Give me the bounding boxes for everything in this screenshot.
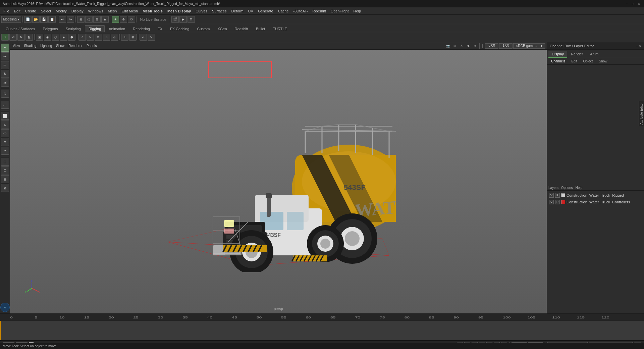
- rig-btn2[interactable]: ↖: [87, 34, 94, 41]
- menu-edit-mesh[interactable]: Edit Mesh: [119, 8, 140, 14]
- tab-sculpting[interactable]: Sculpting: [62, 26, 85, 32]
- rp-close-btn[interactable]: ×: [639, 44, 641, 48]
- deform-btn2[interactable]: ≻: [148, 34, 155, 41]
- rig-btn1[interactable]: ↗: [78, 34, 86, 41]
- axis-btn1[interactable]: +: [121, 34, 128, 41]
- vp-val1-input[interactable]: 0.00: [485, 43, 498, 49]
- select-tool[interactable]: ✦: [1, 34, 9, 41]
- show-manipulator-lt[interactable]: ⊕: [1, 90, 9, 98]
- rp-tab-anim[interactable]: Anim: [587, 51, 602, 58]
- move-btn[interactable]: ✛: [120, 16, 127, 23]
- vp-grid-btn[interactable]: ⊞: [452, 43, 458, 49]
- magnet-lt[interactable]: ⊟: [1, 175, 9, 183]
- tab-rigging[interactable]: Rigging: [85, 26, 105, 32]
- ipr-btn[interactable]: ▶: [179, 16, 187, 23]
- component-btn2[interactable]: ◉: [44, 34, 51, 41]
- menu-3dtall[interactable]: -3DtoAll-: [291, 8, 310, 14]
- menu-redshift[interactable]: Redshift: [310, 8, 328, 14]
- ch-tab-channels[interactable]: Channels: [548, 59, 568, 64]
- rig-btn4[interactable]: ⌾: [103, 34, 110, 41]
- menu-mesh-tools[interactable]: Mesh Tools: [141, 8, 165, 14]
- menu-cache[interactable]: Cache: [276, 8, 291, 14]
- rp-tab-render[interactable]: Render: [568, 51, 586, 58]
- tab-polygons[interactable]: Polygons: [39, 26, 61, 32]
- menu-file[interactable]: File: [1, 8, 11, 14]
- layer-p-2[interactable]: P: [555, 200, 560, 204]
- layer-v-1[interactable]: V: [549, 193, 554, 198]
- menu-mesh-display[interactable]: Mesh Display: [165, 8, 193, 14]
- tab-animation[interactable]: Animation: [105, 26, 129, 32]
- menu-surfaces[interactable]: Surfaces: [210, 8, 228, 14]
- layer-name-2[interactable]: Construction_Water_Truck_Controllers: [567, 200, 642, 204]
- tab-redshift[interactable]: Redshift: [231, 26, 252, 32]
- rp-minimize-btn[interactable]: −: [636, 44, 638, 48]
- minimize-btn[interactable]: −: [625, 1, 629, 6]
- axis-btn2[interactable]: ⊞: [129, 34, 137, 41]
- menu-help[interactable]: Help: [352, 8, 363, 14]
- ch-tab-show[interactable]: Show: [596, 59, 610, 64]
- redo-btn[interactable]: ↪: [67, 16, 74, 23]
- component-btn4[interactable]: ◈: [60, 34, 67, 41]
- lasso-tool[interactable]: ⊲: [9, 34, 17, 41]
- tab-fx-caching[interactable]: FX Caching: [166, 26, 193, 32]
- new-file-btn[interactable]: 📄: [24, 16, 32, 23]
- save-as-btn[interactable]: 📋: [48, 16, 56, 23]
- select-tool-lt[interactable]: ✦: [1, 44, 9, 52]
- tab-bullet[interactable]: Bullet: [252, 26, 269, 32]
- paint-tool[interactable]: ⊳: [17, 34, 25, 41]
- tab-turtle[interactable]: TURTLE: [269, 26, 291, 32]
- maximize-btn[interactable]: □: [631, 1, 635, 6]
- layer-name-1[interactable]: Construction_Water_Truck_Rigged: [567, 193, 642, 197]
- move-tool-lt[interactable]: ✛: [1, 61, 9, 69]
- attribute-editor-tab[interactable]: Attribute Editor: [639, 101, 644, 126]
- rotate-btn[interactable]: ↻: [128, 16, 135, 23]
- component-btn5[interactable]: ⬢: [68, 34, 75, 41]
- smooth-lt[interactable]: ≈: [1, 147, 9, 155]
- menu-curves[interactable]: Curves: [194, 8, 209, 14]
- snap-surface-btn[interactable]: ◈: [101, 16, 109, 23]
- options-opt[interactable]: Options: [561, 186, 573, 190]
- tab-custom[interactable]: Custom: [194, 26, 214, 32]
- snap-point-btn[interactable]: ⊕: [93, 16, 101, 23]
- rig-btn3[interactable]: ⟳: [95, 34, 102, 41]
- render-settings-btn[interactable]: ⚙: [187, 16, 195, 23]
- menu-windows[interactable]: Windows: [86, 8, 105, 14]
- menu-create[interactable]: Create: [23, 8, 38, 14]
- rp-tab-display[interactable]: Display: [548, 51, 567, 58]
- menu-display[interactable]: Display: [69, 8, 86, 14]
- snap-grid-btn[interactable]: ⊞: [77, 16, 85, 23]
- vp-light-btn[interactable]: ☀: [459, 43, 465, 49]
- menu-deform[interactable]: Deform: [229, 8, 246, 14]
- vp-view[interactable]: View: [11, 44, 21, 48]
- menu-edit[interactable]: Edit: [12, 8, 22, 14]
- viewport-3d[interactable]: WATER 543SF 543SF: [10, 50, 547, 313]
- layer-v-2[interactable]: V: [549, 200, 554, 204]
- vp-shading[interactable]: Shading: [23, 44, 38, 48]
- help-opt[interactable]: Help: [575, 186, 582, 190]
- timeline-track[interactable]: [0, 320, 644, 340]
- vp-shadow-btn[interactable]: ◑: [465, 43, 471, 49]
- open-btn[interactable]: 📂: [32, 16, 40, 23]
- vp-val2-input[interactable]: 1.00: [499, 43, 513, 49]
- menu-modify[interactable]: Modify: [54, 8, 68, 14]
- vp-panels[interactable]: Panels: [85, 44, 98, 48]
- menu-mesh[interactable]: Mesh: [106, 8, 119, 14]
- rig-btn5[interactable]: ⊹: [111, 34, 118, 41]
- quad-draw-lt[interactable]: ⬜: [1, 112, 9, 120]
- snap-lt[interactable]: ⊡: [1, 166, 9, 174]
- close-btn[interactable]: ×: [637, 1, 641, 6]
- tab-curves-surfaces[interactable]: Curves / Surfaces: [2, 26, 39, 32]
- snap-curve-btn[interactable]: ◌: [85, 16, 93, 23]
- sculpt-lt[interactable]: ⊾: [1, 120, 9, 129]
- layers-opt[interactable]: Layers: [548, 186, 558, 190]
- vp-aa-btn[interactable]: ⊕: [472, 43, 478, 49]
- select-mode-btn[interactable]: ✦: [112, 16, 119, 23]
- render-btn[interactable]: 🎬: [171, 16, 179, 23]
- menu-generate[interactable]: Generate: [256, 8, 275, 14]
- vp-lighting[interactable]: Lighting: [39, 44, 53, 48]
- tab-fx[interactable]: FX: [154, 26, 166, 32]
- vp-camera-btn[interactable]: 📷: [445, 43, 451, 49]
- deform-btn1[interactable]: ≺: [140, 34, 147, 41]
- menu-openflight[interactable]: OpenFlight: [329, 8, 351, 14]
- vp-gamma-dropdown[interactable]: sRGB gamma ▾: [513, 43, 545, 49]
